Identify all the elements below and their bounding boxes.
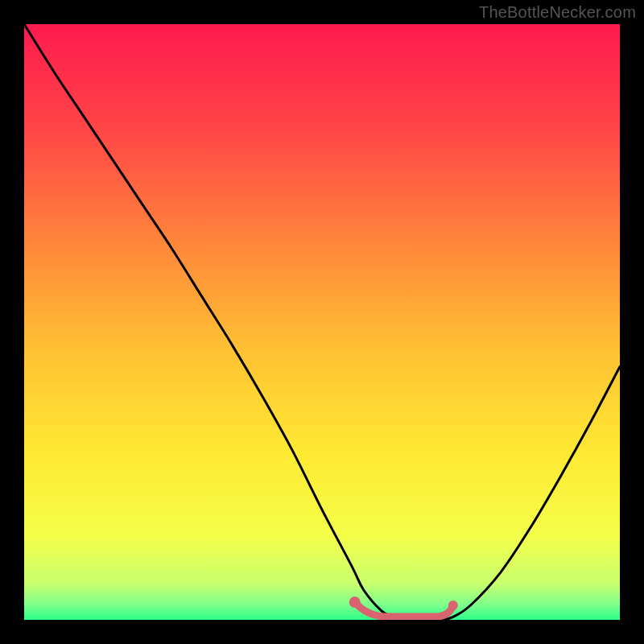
chart-frame: TheBottleNecker.com — [0, 0, 644, 644]
plot-area — [24, 24, 620, 620]
bottleneck-curve — [24, 24, 620, 620]
marker-segment — [355, 602, 453, 617]
curve-layer — [24, 24, 620, 620]
watermark-text: TheBottleNecker.com — [479, 3, 636, 22]
marker-dot-right — [448, 601, 458, 610]
